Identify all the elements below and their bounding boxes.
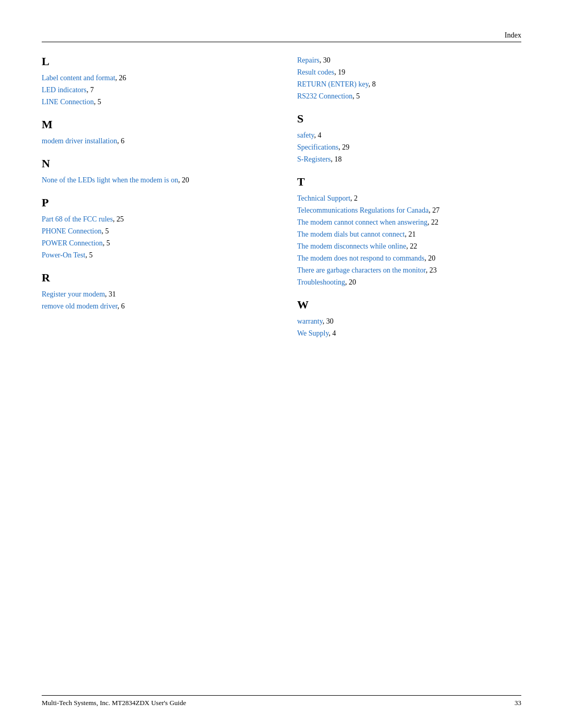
- section-letter-L: L: [42, 55, 266, 68]
- index-link-none-leds[interactable]: None of the LEDs light when the modem is…: [42, 176, 178, 184]
- index-link-garbage-chars[interactable]: There are garbage characters on the moni…: [297, 266, 426, 274]
- index-page: , 5: [94, 98, 101, 106]
- list-item: LINE Connection, 5: [42, 96, 266, 107]
- index-page: , 18: [331, 155, 342, 163]
- index-page: , 21: [405, 230, 415, 238]
- list-item: PHONE Connection, 5: [42, 226, 266, 237]
- index-link-troubleshooting[interactable]: Troubleshooting: [297, 278, 345, 286]
- index-page: , 25: [113, 215, 124, 223]
- index-page: , 4: [314, 131, 322, 139]
- index-link-power-connection[interactable]: POWER Connection: [42, 239, 103, 247]
- index-page: , 19: [334, 68, 345, 76]
- list-item: RETURN (ENTER) key, 8: [297, 79, 521, 90]
- index-link-label-content[interactable]: Label content and format: [42, 74, 115, 82]
- list-item: Register your modem, 31: [42, 289, 266, 300]
- list-item: None of the LEDs light when the modem is…: [42, 175, 266, 186]
- index-link-part68[interactable]: Part 68 of the FCC rules: [42, 215, 113, 223]
- index-link-technical-support[interactable]: Technical Support: [297, 194, 350, 202]
- page-footer: Multi-Tech Systems, Inc. MT2834ZDX User'…: [42, 695, 521, 707]
- index-link-led-indicators[interactable]: LED indicators: [42, 86, 87, 94]
- index-page: , 29: [338, 143, 349, 151]
- index-page: , 5: [102, 227, 109, 235]
- index-link-register-modem[interactable]: Register your modem: [42, 290, 105, 298]
- list-item: The modem does not respond to commands, …: [297, 253, 521, 264]
- index-page: , 27: [429, 206, 439, 214]
- index-link-result-codes[interactable]: Result codes: [297, 68, 334, 76]
- list-item: POWER Connection, 5: [42, 238, 266, 249]
- index-link-rs232[interactable]: RS232 Connection: [297, 92, 352, 100]
- list-item: Troubleshooting, 20: [297, 277, 521, 288]
- list-item: S-Registers, 18: [297, 154, 521, 165]
- section-letter-M: M: [42, 118, 266, 131]
- list-item: Specifications, 29: [297, 142, 521, 153]
- index-link-modem-cannot-connect-answering[interactable]: The modem cannot connect when answering: [297, 218, 427, 226]
- index-content: L Label content and format, 26 LED indic…: [42, 55, 521, 340]
- index-page: , 23: [426, 266, 437, 274]
- index-page: , 6: [117, 302, 125, 310]
- list-item: Result codes, 19: [297, 67, 521, 78]
- right-column: Repairs, 30 Result codes, 19 RETURN (ENT…: [287, 55, 521, 340]
- list-item: The modem disconnects while online, 22: [297, 241, 521, 252]
- left-column: L Label content and format, 26 LED indic…: [42, 55, 287, 340]
- list-item: Telecommunications Regulations for Canad…: [297, 205, 521, 216]
- index-link-warranty[interactable]: warranty: [297, 317, 323, 325]
- list-item: Repairs, 30: [297, 55, 521, 66]
- index-page: , 30: [320, 56, 331, 64]
- list-item: safety, 4: [297, 130, 521, 141]
- footer-company: Multi-Tech Systems, Inc. MT2834ZDX User'…: [42, 699, 186, 707]
- index-page: , 6: [117, 137, 125, 145]
- page-container: Index L Label content and format, 26 LED…: [0, 0, 563, 728]
- index-page: , 22: [427, 218, 438, 226]
- section-letter-R: R: [42, 271, 266, 285]
- list-item: Power-On Test, 5: [42, 250, 266, 261]
- header-title: Index: [505, 31, 521, 40]
- index-page: , 5: [352, 92, 360, 100]
- page-header: Index: [42, 31, 521, 42]
- list-item: modem driver installation, 6: [42, 135, 266, 146]
- footer-page-number: 33: [515, 699, 521, 707]
- index-link-remove-driver[interactable]: remove old modem driver: [42, 302, 117, 310]
- index-page: , 2: [350, 194, 358, 202]
- section-letter-S: S: [297, 112, 521, 126]
- index-page: , 20: [178, 176, 189, 184]
- index-page: , 4: [329, 329, 336, 337]
- list-item: RS232 Connection, 5: [297, 91, 521, 102]
- index-link-modem-driver[interactable]: modem driver installation: [42, 137, 117, 145]
- list-item: There are garbage characters on the moni…: [297, 265, 521, 276]
- index-page: , 31: [105, 290, 116, 298]
- index-link-specifications[interactable]: Specifications: [297, 143, 338, 151]
- index-link-we-supply[interactable]: We Supply: [297, 329, 329, 337]
- index-link-line-connection[interactable]: LINE Connection: [42, 98, 94, 106]
- index-link-s-registers[interactable]: S-Registers: [297, 155, 331, 163]
- list-item: Part 68 of the FCC rules, 25: [42, 214, 266, 225]
- index-page: , 5: [103, 239, 110, 247]
- index-page: , 5: [85, 251, 93, 259]
- index-link-power-on-test[interactable]: Power-On Test: [42, 251, 85, 259]
- index-link-telecom-regs[interactable]: Telecommunications Regulations for Canad…: [297, 206, 429, 214]
- list-item: LED indicators, 7: [42, 84, 266, 95]
- index-page: , 26: [115, 74, 126, 82]
- index-link-return-key[interactable]: RETURN (ENTER) key: [297, 80, 369, 88]
- index-page: , 7: [87, 86, 94, 94]
- index-page: , 22: [406, 242, 417, 250]
- index-link-safety[interactable]: safety: [297, 131, 314, 139]
- list-item: The modem cannot connect when answering,…: [297, 217, 521, 228]
- list-item: warranty, 30: [297, 316, 521, 327]
- index-link-modem-no-respond[interactable]: The modem does not respond to commands: [297, 254, 424, 262]
- index-link-repairs[interactable]: Repairs: [297, 56, 320, 64]
- index-link-phone-connection[interactable]: PHONE Connection: [42, 227, 102, 235]
- list-item: Technical Support, 2: [297, 193, 521, 204]
- list-item: The modem dials but cannot connect, 21: [297, 229, 521, 240]
- list-item: We Supply, 4: [297, 328, 521, 339]
- index-page: , 20: [345, 278, 356, 286]
- index-page: , 20: [424, 254, 435, 262]
- list-item: remove old modem driver, 6: [42, 301, 266, 312]
- section-letter-W: W: [297, 298, 521, 312]
- section-letter-T: T: [297, 175, 521, 189]
- index-link-modem-dials-cannot-connect[interactable]: The modem dials but cannot connect: [297, 230, 405, 238]
- index-link-modem-disconnects[interactable]: The modem disconnects while online: [297, 242, 406, 250]
- list-item: Label content and format, 26: [42, 72, 266, 83]
- section-letter-N: N: [42, 157, 266, 170]
- index-page: , 30: [323, 317, 334, 325]
- section-letter-P: P: [42, 196, 266, 209]
